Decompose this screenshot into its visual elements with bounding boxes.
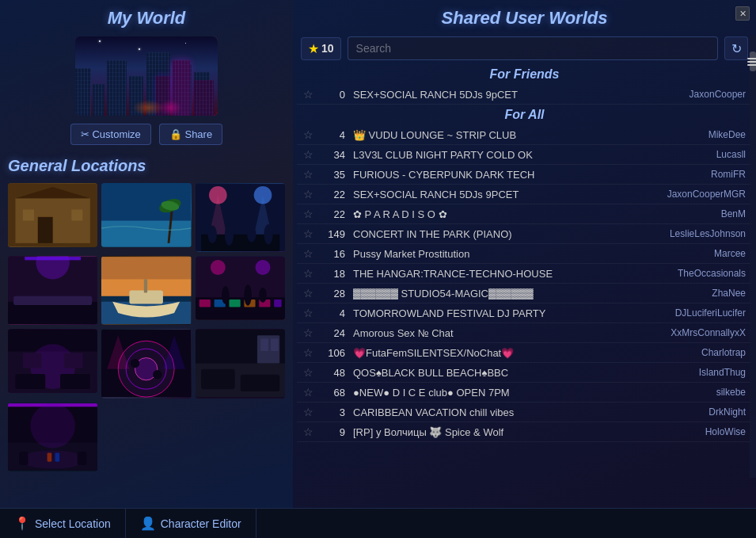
refresh-button[interactable]: ↻ [724,36,748,60]
svg-rect-58 [201,369,235,390]
list-item[interactable]: ☆ 4 👑 VUDU LOUNGE ~ STRIP CLUB MikeDee [297,125,752,145]
action-buttons: ✂ Customize 🔒 Share [70,124,222,145]
svg-point-40 [222,286,229,304]
list-item[interactable]: ☆ 68 ●NEW● D I C E club● OPEN 7PM silkeb… [297,383,752,403]
row-count: 24 [317,327,345,339]
svg-rect-37 [274,300,281,307]
row-author: silkebe [667,387,746,398]
row-star-icon[interactable]: ☆ [303,307,313,319]
section-header-friends: For Friends [297,64,752,85]
row-name: TOMORROWLAND FESTIVAL DJ PARTY [353,307,667,319]
row-count: 149 [317,228,345,240]
row-name: THE HANGAR:TRANCE-TECHNO-HOUSE [353,268,667,280]
world-preview[interactable] [75,36,218,116]
svg-rect-5 [71,209,82,220]
list-item[interactable]: ☆ 3 CARIBBEAN VACATION chill vibes DrkNi… [297,403,752,422]
row-name: ▓▓▓▓▓▓ STUDIO54-MAGIC▓▓▓▓▓▓ [353,288,667,300]
location-thumb-4[interactable] [8,256,97,325]
section-header-all: For All [297,105,752,125]
row-star-icon[interactable]: ☆ [303,386,313,399]
row-name: SEX+SOCIAL RANCH 5DJs 9pCET [353,89,667,101]
list-item[interactable]: ☆ 24 Amorous Sex № Chat XxMrsConnallyxX [297,323,752,343]
svg-rect-49 [64,353,83,368]
row-name: 👑 VUDU LOUNGE ~ STRIP CLUB [353,129,667,141]
row-star-icon[interactable]: ☆ [303,88,313,101]
row-count: 18 [317,268,345,280]
svg-point-41 [244,284,251,305]
location-thumb-1[interactable] [8,183,97,247]
list-item[interactable]: ☆ 9 [RP] у Волчицы 🐺 Spice & Wolf HoloWi… [297,422,752,442]
location-thumb-9[interactable] [196,329,285,398]
row-count: 16 [317,248,345,260]
list-item[interactable]: ☆ 28 ▓▓▓▓▓▓ STUDIO54-MAGIC▓▓▓▓▓▓ ZhaNee [297,284,752,303]
row-star-icon[interactable]: ☆ [303,227,313,240]
location-icon: 📍 [14,516,30,531]
row-star-icon[interactable]: ☆ [303,247,313,260]
svg-rect-71 [55,452,59,461]
list-item[interactable]: ☆ 4 TOMORROWLAND FESTIVAL DJ PARTY DJLuc… [297,303,752,323]
share-button[interactable]: 🔒 Share [159,124,222,145]
location-thumb-6[interactable] [196,256,285,320]
svg-point-16 [224,223,233,246]
list-item[interactable]: ☆ 0 SEX+SOCIAL RANCH 5DJs 9pCET JaxonCoo… [297,85,752,105]
row-author: RomiFR [667,169,746,180]
row-author: Lucasll [667,149,746,160]
row-name: Amorous Sex № Chat [353,327,667,339]
list-item[interactable]: ☆ 34 L3V3L CLUB NIGHT PARTY COLD OK Luca… [297,145,752,165]
row-star-icon[interactable]: ☆ [303,188,313,200]
row-star-icon[interactable]: ☆ [303,287,313,300]
svg-point-39 [255,260,270,275]
location-thumb-2[interactable] [101,183,191,247]
list-item[interactable]: ☆ 48 QOS♠BLACK BULL BEACH♠BBC IslandThug [297,363,752,383]
row-count: 3 [317,406,345,418]
shared-worlds-title: Shared User Worlds [293,0,756,32]
row-star-icon[interactable]: ☆ [303,346,313,359]
row-name: L3V3L CLUB NIGHT PARTY COLD OK [353,149,667,161]
list-item[interactable]: ☆ 149 CONCERT IN THE PARK (PIANO) Leslie… [297,224,752,244]
row-author: Charlotrap [667,347,746,358]
row-star-icon[interactable]: ☆ [303,128,313,141]
list-item[interactable]: ☆ 106 💗FutaFemSILENTSEX/NoChat💗 Charlotr… [297,343,752,363]
list-item[interactable]: ☆ 35 FURIOUS - CYBERPUNK DARK TECH RomiF… [297,165,752,185]
row-author: HoloWise [667,426,746,437]
row-name: 💗FutaFemSILENTSEX/NoChat💗 [353,347,667,359]
search-input[interactable] [348,36,718,60]
row-star-icon[interactable]: ☆ [303,406,313,418]
list-item[interactable]: ☆ 18 THE HANGAR:TRANCE-TECHNO-HOUSE TheO… [297,264,752,284]
row-count: 106 [317,347,345,359]
row-count: 4 [317,129,345,141]
row-author: JaxonCooperMGR [667,189,746,200]
location-thumb-5[interactable] [101,256,191,325]
row-star-icon[interactable]: ☆ [303,208,313,220]
locations-grid [8,183,285,471]
close-button[interactable]: ✕ [735,6,750,21]
row-name: CARIBBEAN VACATION chill vibes [353,406,667,418]
location-thumb-10[interactable] [8,403,97,471]
customize-button[interactable]: ✂ Customize [70,124,151,145]
svg-rect-32 [199,300,210,307]
character-editor-button[interactable]: 👤 Character Editor [126,509,256,538]
row-author: XxMrsConnallyxX [667,327,746,338]
list-item[interactable]: ☆ 22 SEX+SOCIAL RANCH 5DJs 9PCET JaxonCo… [297,185,752,204]
svg-rect-23 [13,296,92,305]
character-icon: 👤 [140,516,156,531]
svg-point-42 [259,288,266,303]
list-item[interactable]: ☆ 16 Pussy Market Prostitution Marcee [297,244,752,264]
row-author: BenM [667,208,746,219]
list-item[interactable]: ☆ 22 ✿ P A R A D I S O ✿ BenM [297,204,752,224]
row-star-icon[interactable]: ☆ [303,326,313,339]
row-count: 35 [317,169,345,181]
location-thumb-3[interactable] [196,183,285,252]
svg-rect-61 [260,339,268,352]
row-star-icon[interactable]: ☆ [303,366,313,379]
row-star-icon[interactable]: ☆ [303,267,313,280]
row-count: 28 [317,288,345,300]
row-star-icon[interactable]: ☆ [303,148,313,161]
location-thumb-7[interactable] [8,329,97,393]
svg-rect-59 [240,375,279,391]
row-star-icon[interactable]: ☆ [303,425,313,438]
location-thumb-8[interactable] [101,329,191,398]
select-location-button[interactable]: 📍 Select Location [0,509,126,538]
row-star-icon[interactable]: ☆ [303,168,313,181]
svg-point-15 [207,226,216,244]
